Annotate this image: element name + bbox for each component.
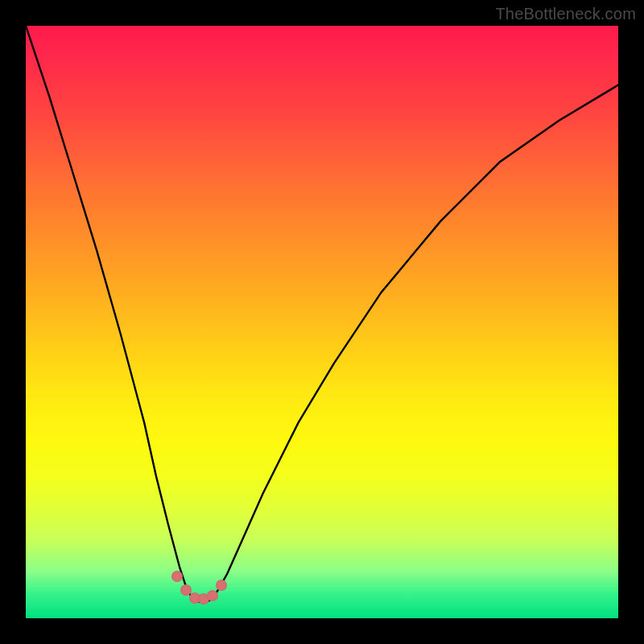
highlight-marker bbox=[216, 580, 227, 591]
bottleneck-curve-path bbox=[26, 26, 618, 602]
highlight-marker bbox=[171, 571, 183, 582]
curve-layer bbox=[26, 26, 618, 618]
plot-area bbox=[26, 26, 618, 618]
chart-frame: TheBottleneck.com bbox=[0, 0, 644, 644]
highlight-marker bbox=[207, 590, 218, 601]
attribution-text: TheBottleneck.com bbox=[495, 5, 636, 23]
